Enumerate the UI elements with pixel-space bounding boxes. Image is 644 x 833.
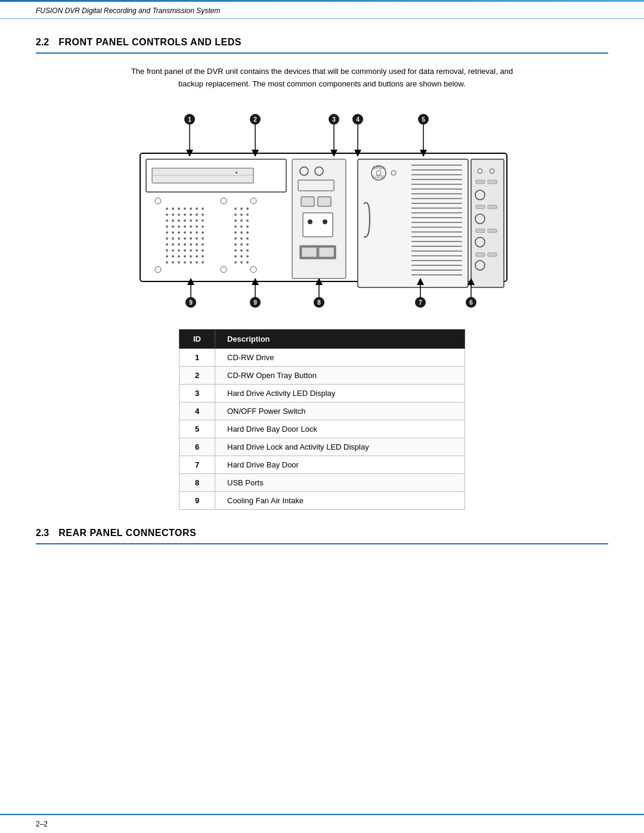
svg-point-77	[172, 249, 174, 252]
table-cell-description: Hard Drive Bay Door Lock	[215, 420, 465, 438]
svg-point-25	[250, 267, 256, 272]
svg-point-52	[190, 225, 192, 228]
svg-point-21	[221, 198, 227, 204]
svg-point-91	[172, 261, 174, 264]
svg-point-111	[246, 231, 249, 234]
table-header-id: ID	[179, 329, 215, 348]
table-cell-description: Hard Drive Activity LED Display	[215, 384, 465, 402]
svg-point-115	[234, 243, 237, 246]
table-cell-id: 9	[179, 491, 215, 509]
svg-point-70	[172, 243, 174, 246]
svg-point-22	[250, 198, 256, 204]
svg-text:7: 7	[419, 299, 422, 306]
svg-point-100	[234, 213, 237, 216]
svg-text:OPEN: OPEN	[373, 166, 385, 170]
svg-point-28	[172, 208, 174, 210]
table-cell-id: 1	[179, 348, 215, 366]
table-cell-description: Cooling Fan Air Intake	[215, 491, 465, 509]
dvr-diagram: 1 2 3 4 5	[107, 109, 537, 311]
svg-point-101	[240, 213, 243, 216]
svg-point-43	[178, 219, 180, 222]
svg-point-59	[190, 231, 192, 234]
svg-point-64	[178, 237, 180, 240]
svg-rect-173	[488, 180, 497, 184]
svg-rect-19	[236, 172, 237, 174]
svg-point-37	[184, 213, 186, 216]
svg-point-93	[184, 261, 186, 264]
svg-point-124	[234, 261, 237, 264]
svg-point-71	[178, 243, 180, 246]
svg-rect-132	[318, 197, 331, 206]
svg-point-82	[202, 249, 204, 252]
diagram-container: 1 2 3 4 5	[36, 109, 608, 311]
svg-point-33	[202, 208, 204, 210]
svg-point-69	[166, 243, 168, 246]
svg-point-51	[184, 225, 186, 228]
svg-point-53	[196, 225, 198, 228]
svg-point-84	[172, 255, 174, 258]
svg-text:5: 5	[422, 116, 425, 123]
svg-point-66	[190, 237, 192, 240]
table-row: 4ON/OFF Power Switch	[179, 402, 465, 420]
svg-text:2: 2	[253, 116, 257, 123]
svg-point-47	[202, 219, 204, 222]
svg-point-36	[178, 213, 180, 216]
svg-point-97	[234, 208, 237, 210]
page-footer: 2–2	[0, 814, 644, 833]
svg-point-42	[172, 219, 174, 222]
table-row: 8USB Ports	[179, 473, 465, 491]
svg-point-48	[166, 225, 168, 228]
svg-point-134	[308, 219, 312, 224]
svg-point-73	[190, 243, 192, 246]
svg-point-56	[172, 231, 174, 234]
svg-point-76	[166, 249, 168, 252]
section-22-number: 2.2	[36, 37, 49, 48]
svg-point-106	[234, 225, 237, 228]
page-container: FUSION DVR Digital Recording and Transmi…	[0, 0, 644, 833]
svg-point-72	[184, 243, 186, 246]
section-22-title: FRONT PANEL CONTROLS AND LEDS	[58, 37, 242, 48]
table-cell-id: 5	[179, 420, 215, 438]
table-cell-description: USB Ports	[215, 473, 465, 491]
svg-point-107	[240, 225, 243, 228]
svg-point-67	[196, 237, 198, 240]
table-cell-id: 3	[179, 384, 215, 402]
svg-text:4: 4	[356, 116, 360, 123]
svg-point-60	[196, 231, 198, 234]
svg-point-110	[240, 231, 243, 234]
svg-point-68	[202, 237, 204, 240]
svg-point-85	[178, 255, 180, 258]
svg-point-32	[196, 208, 198, 210]
table-cell-description: CD-RW Open Tray Button	[215, 366, 465, 384]
svg-point-54	[202, 225, 204, 228]
svg-rect-181	[476, 253, 485, 256]
section-23-title: REAR PANEL CONNECTORS	[58, 528, 196, 538]
svg-text:9: 9	[253, 299, 257, 306]
svg-rect-133	[303, 213, 333, 237]
svg-rect-138	[319, 247, 334, 257]
table-row: 1CD-RW Drive	[179, 348, 465, 366]
svg-point-45	[190, 219, 192, 222]
svg-point-99	[246, 208, 249, 210]
svg-point-29	[178, 208, 180, 210]
svg-point-95	[196, 261, 198, 264]
table-row: 5Hard Drive Bay Door Lock	[179, 420, 465, 438]
svg-point-62	[166, 237, 168, 240]
svg-point-88	[196, 255, 198, 258]
svg-point-119	[240, 249, 243, 252]
section-23-heading: 2.3 REAR PANEL CONNECTORS	[36, 528, 608, 544]
svg-text:3: 3	[332, 116, 336, 123]
table-cell-id: 6	[179, 438, 215, 456]
svg-point-50	[178, 225, 180, 228]
svg-text:6: 6	[469, 299, 473, 306]
table-cell-id: 8	[179, 473, 215, 491]
svg-point-27	[166, 208, 168, 210]
svg-point-79	[184, 249, 186, 252]
svg-rect-182	[488, 253, 497, 256]
svg-point-39	[196, 213, 198, 216]
svg-point-38	[190, 213, 192, 216]
svg-rect-137	[302, 247, 317, 257]
svg-point-83	[166, 255, 168, 258]
table-row: 9Cooling Fan Air Intake	[179, 491, 465, 509]
svg-text:9: 9	[189, 299, 193, 306]
